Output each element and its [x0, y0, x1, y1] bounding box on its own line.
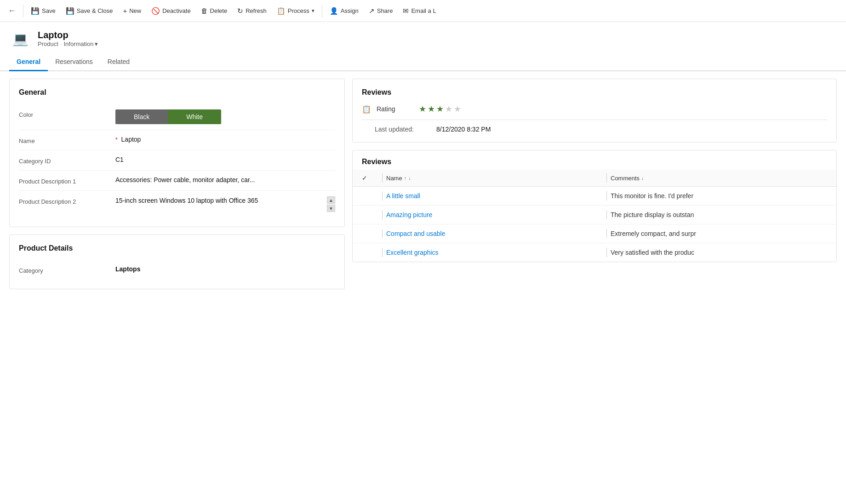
table-row: Compact and usable Extremely compact, an… — [353, 224, 836, 243]
share-icon: ↗ — [369, 7, 375, 15]
review-name-1[interactable]: A little small — [386, 192, 603, 200]
product-details-section-title: Product Details — [19, 244, 335, 252]
toolbar-divider2 — [322, 5, 322, 17]
reviews-info-card: Reviews 📋 Rating ★ ★ ★ ★ ★ Last updated:… — [352, 79, 837, 143]
review-comment-1: This monitor is fine. I'd prefer — [611, 192, 827, 200]
review-name-3[interactable]: Compact and usable — [386, 230, 603, 237]
color-value: Black White — [115, 109, 335, 124]
color-field-row: Color Black White — [19, 104, 335, 130]
email-button[interactable]: ✉ Email a L — [398, 4, 440, 18]
delete-icon: 🗑 — [201, 7, 208, 15]
star-1: ★ — [419, 104, 426, 114]
row-sep-3b — [606, 229, 607, 238]
product-desc2-field-row: Product Description 2 15-inch screen Win… — [19, 191, 335, 218]
product-icon: 💻 — [9, 28, 31, 50]
color-buttons: Black White — [115, 109, 335, 124]
email-icon: ✉ — [403, 7, 409, 15]
breadcrumb-sep: · — [60, 40, 62, 47]
star-4: ★ — [445, 104, 452, 114]
tab-related[interactable]: Related — [100, 53, 137, 71]
scroll-up-button[interactable]: ▲ — [327, 196, 335, 204]
breadcrumb: Product · Information ▾ — [38, 40, 98, 47]
toolbar-divider — [23, 5, 23, 17]
desc2-wrapper: 15-inch screen Windows 10 laptop with Of… — [115, 196, 335, 212]
category-id-field-row: Category ID C1 — [19, 150, 335, 171]
review-comment-3: Extremely compact, and surpr — [611, 230, 827, 237]
left-column: General Color Black White Name * L — [9, 79, 345, 494]
last-updated-label: Last updated: — [362, 126, 431, 133]
product-desc1-label: Product Description 1 — [19, 176, 115, 185]
reviews-table-title: Reviews — [362, 158, 827, 166]
row-sep-3 — [382, 229, 383, 238]
refresh-icon: ↻ — [237, 7, 243, 15]
product-desc1-field-row: Product Description 1 Accessories: Power… — [19, 171, 335, 191]
save-button[interactable]: 💾 Save — [26, 4, 60, 18]
page-title-area: Laptop Product · Information ▾ — [38, 30, 98, 47]
reviews-table-header: Reviews — [353, 150, 836, 170]
save-close-icon: 💾 — [66, 7, 74, 15]
review-name-4[interactable]: Excellent graphics — [386, 249, 603, 256]
review-comment-4: Very satisfied with the produc — [611, 249, 827, 256]
row-sep-2b — [606, 210, 607, 219]
required-star: * — [115, 137, 118, 143]
name-value: * Laptop — [115, 136, 335, 143]
process-icon: 📋 — [277, 7, 286, 15]
page-title: Laptop — [38, 30, 98, 40]
new-icon: + — [123, 7, 127, 15]
assign-button[interactable]: 👤 Assign — [325, 4, 363, 18]
review-name-2[interactable]: Amazing picture — [386, 211, 603, 218]
scroll-down-button[interactable]: ▼ — [327, 205, 335, 212]
star-rating: ★ ★ ★ ★ ★ — [419, 104, 461, 114]
rating-icon: 📋 — [362, 105, 371, 114]
star-2: ★ — [428, 104, 435, 114]
reviews-table-card: Reviews ✓ Name ↑ ↓ Comments ↓ — [352, 150, 837, 262]
col-separator — [382, 173, 383, 183]
checkmark-icon: ✓ — [362, 174, 367, 182]
process-dropdown-icon: ▾ — [312, 8, 314, 14]
row-sep-1 — [382, 191, 383, 200]
back-button[interactable]: ← — [4, 3, 20, 19]
table-row: Amazing picture The picture display is o… — [353, 206, 836, 224]
product-details-section-card: Product Details Category Laptops — [9, 235, 345, 289]
delete-button[interactable]: 🗑 Delete — [196, 4, 232, 17]
star-5: ★ — [454, 104, 461, 114]
tab-general[interactable]: General — [9, 53, 48, 71]
last-updated-row: Last updated: 8/12/2020 8:32 PM — [362, 126, 827, 133]
name-sort-asc-icon[interactable]: ↑ — [404, 175, 407, 181]
process-button[interactable]: 📋 Process ▾ — [272, 4, 319, 18]
deactivate-button[interactable]: 🚫 Deactivate — [147, 4, 195, 18]
tab-reservations[interactable]: Reservations — [48, 53, 100, 71]
tabs: General Reservations Related — [0, 53, 846, 71]
scroll-buttons: ▲ ▼ — [327, 196, 335, 212]
color-label: Color — [19, 109, 115, 118]
col-name-header: Name ↑ ↓ — [386, 175, 603, 182]
refresh-button[interactable]: ↻ Refresh — [233, 4, 271, 18]
review-comment-2: The picture display is outstan — [611, 211, 827, 218]
breadcrumb-information-dropdown[interactable]: Information ▾ — [63, 40, 98, 47]
color-black-button[interactable]: Black — [115, 109, 168, 124]
row-sep-1b — [606, 191, 607, 200]
rating-label: Rating — [377, 105, 413, 113]
general-section-title: General — [19, 88, 335, 97]
name-sort-desc-icon[interactable]: ↓ — [408, 175, 411, 181]
main-content: General Color Black White Name * L — [0, 71, 846, 502]
breadcrumb-product[interactable]: Product — [38, 40, 58, 47]
category-field-value: Laptops — [115, 265, 335, 273]
share-button[interactable]: ↗ Share — [364, 4, 398, 18]
category-field-row: Category Laptops — [19, 260, 335, 280]
reviews-info-title: Reviews — [362, 88, 827, 97]
table-row: Excellent graphics Very satisfied with t… — [353, 243, 836, 262]
right-column: Reviews 📋 Rating ★ ★ ★ ★ ★ Last updated:… — [352, 79, 837, 494]
page-header: 💻 Laptop Product · Information ▾ — [0, 22, 846, 53]
new-button[interactable]: + New — [118, 4, 146, 17]
save-icon: 💾 — [31, 7, 40, 15]
category-field-label: Category — [19, 265, 115, 274]
color-white-button[interactable]: White — [168, 109, 221, 124]
toolbar: ← 💾 Save 💾 Save & Close + New 🚫 Deactiva… — [0, 0, 846, 22]
comments-sort-icon[interactable]: ↓ — [641, 175, 644, 181]
table-column-headers: ✓ Name ↑ ↓ Comments ↓ — [353, 170, 836, 187]
row-sep-4 — [382, 248, 383, 257]
name-field-row: Name * Laptop — [19, 130, 335, 150]
row-sep-2 — [382, 210, 383, 219]
save-close-button[interactable]: 💾 Save & Close — [61, 4, 118, 18]
